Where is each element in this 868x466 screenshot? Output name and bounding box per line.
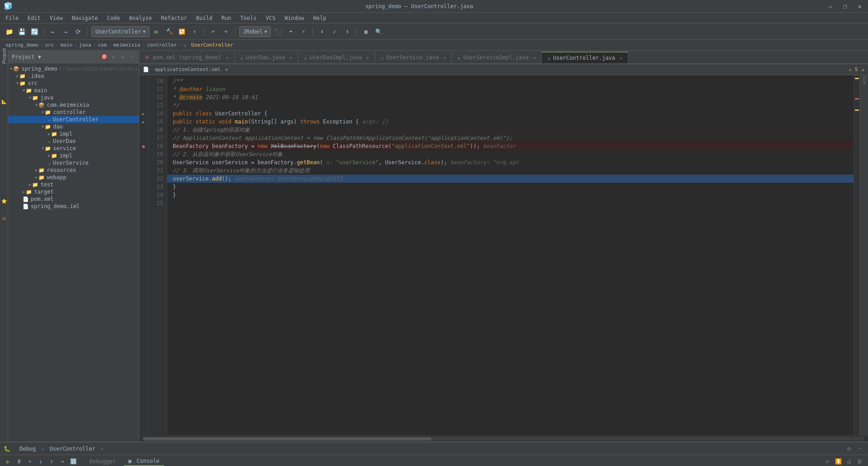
vcs-push-btn[interactable]: ⬆ [342,26,353,37]
project-close-btn[interactable]: − [128,53,135,61]
breadcrumb-com[interactable]: com [98,42,107,48]
scroll-to-end-btn[interactable]: ⏬ [834,457,843,466]
run-to-cursor-14[interactable]: ▶ [142,111,145,116]
reload-btn[interactable]: 🔁 [177,26,188,37]
undo-btn[interactable]: ↶ [208,26,219,37]
tab-userdao[interactable]: ☕ UserDao.java ✕ [235,52,298,63]
tree-target[interactable]: ▶ 📁 target [8,188,139,195]
jrebel-dropdown[interactable]: JRebel ▼ [239,26,271,37]
tree-userdao[interactable]: ☕ UserDao [8,138,139,145]
gutter-15[interactable]: ▶ [139,118,148,126]
gutter-14[interactable]: ▶ [139,109,148,118]
favorites-icon[interactable]: ⭐ [0,197,8,204]
debug-session-name[interactable]: UserController [46,445,99,453]
redo-btn[interactable]: ↷ [221,26,231,37]
tab-pom[interactable]: ⛭ pom.xml (spring_demo) ✕ [139,52,235,63]
usercontroller-tab-close-btn[interactable]: ✕ [620,56,623,61]
coverage-btn[interactable]: ☂ [285,26,296,37]
userdao-tab-close-btn[interactable]: ✕ [290,55,292,60]
tree-test[interactable]: ▶ 📁 test [8,181,139,188]
toolbar-refresh-btn[interactable]: ⟳ [73,26,84,37]
tree-idea[interactable]: ▶ 📁 .idea [8,72,139,80]
code-content[interactable]: /** * @author liayun * @create 2021-09-1… [167,75,854,435]
vcs-commit-btn[interactable]: ✓ [329,26,340,37]
menu-item-navigate[interactable]: Navigate [68,14,102,22]
tree-root[interactable]: ▼ 📦 spring_demo C:\Users\32120\IdeaProje… [8,65,139,72]
maximize-button[interactable]: ❐ [840,2,849,11]
horizontal-scrollbar[interactable] [139,435,868,442]
tab-usercontroller[interactable]: ☕ UserController.java ✕ [542,52,628,63]
run-config-dropdown[interactable]: UserController ▼ [91,26,150,37]
userserviceimpl-tab-close-btn[interactable]: ✕ [533,55,536,60]
tab-userservice[interactable]: ☕ UserService.java ✕ [375,52,452,63]
profile-btn[interactable]: ⚡ [298,26,309,37]
toolbar-sync-btn[interactable]: 🔄 [29,26,40,37]
tree-dao[interactable]: ▼ 📁 dao [8,123,139,130]
breadcrumb-java[interactable]: java [79,42,91,48]
structure-icon[interactable]: 📐 [0,98,8,105]
menu-item-analyze[interactable]: Analyze [125,14,156,22]
breadcrumb-meimeixia[interactable]: meimeixia [113,42,141,48]
debug-session-close-btn[interactable]: ✕ [101,446,104,451]
menu-item-build[interactable]: Build [193,14,216,22]
pause-btn[interactable]: ⏸ [14,457,24,466]
breakpoint-18[interactable]: ● [142,144,145,149]
run-button[interactable]: ▶ [151,26,162,37]
tree-pom[interactable]: 📄 pom.xml [8,195,139,203]
sec-tab-appcontext[interactable]: applicationContext.xml ✕ [151,66,231,73]
run-cursor-btn[interactable]: → [58,457,67,466]
menu-item-run[interactable]: Run [218,14,235,22]
tree-src[interactable]: ▼ 📁 src [8,80,139,87]
update-btn[interactable]: ↑ [189,26,200,37]
tab-userserviceimpl[interactable]: ☕ UserServiceImpl.java ✕ [452,52,542,63]
breadcrumb-usercontroller[interactable]: ☕ UserController [184,42,233,48]
resume-btn[interactable]: ▶ [4,457,13,466]
userdaoimpl-tab-close-btn[interactable]: ✕ [367,55,369,60]
sec-tab-close-btn[interactable]: ✕ [225,67,228,72]
pom-tab-close-btn[interactable]: ✕ [226,55,229,60]
close-button[interactable]: ✕ [855,2,864,11]
scrollbar-thumb[interactable] [143,437,431,441]
tree-dao-impl[interactable]: ▶ 📁 impl [8,130,139,138]
search-everywhere-btn[interactable]: 🔍 [373,26,384,37]
tree-usercontroller[interactable]: ☕ UserController [8,116,139,123]
step-into-btn[interactable]: ↓ [36,457,45,466]
tree-resources[interactable]: ▶ 📁 resources [8,166,139,174]
debugger-tab[interactable]: Debugger [85,457,120,466]
breadcrumb-src[interactable]: src [45,42,54,48]
console-tab[interactable]: ▣ Console [124,457,164,466]
menu-item-window[interactable]: Window [281,14,307,22]
build-btn[interactable]: 🔨 [164,26,175,37]
tree-userservice[interactable]: ☕ UserService [8,159,139,166]
menu-item-tools[interactable]: Tools [237,14,260,22]
tree-controller[interactable]: ▼ 📁 controller [8,109,139,116]
debug-settings-btn[interactable]: ⚙ [844,444,854,453]
menu-item-vcs[interactable]: VCS [262,14,279,22]
project-icon[interactable]: Project [0,52,8,60]
tree-com-meimeixia[interactable]: ▼ 📦 com.meimeixia [8,101,139,109]
tree-iml[interactable]: 📄 spring_demo.iml [8,203,139,210]
evaluate-btn[interactable]: 🔢 [69,457,78,466]
toolbar-forward-btn[interactable]: → [60,26,71,37]
toolbar-save-btn[interactable]: 💾 [16,26,27,37]
breadcrumb-spring-demo[interactable]: spring_demo [5,42,38,48]
toolbar-back-btn[interactable]: ← [47,26,58,37]
userservice-tab-close-btn[interactable]: ✕ [443,55,446,60]
print-btn[interactable]: 🖨 [844,457,854,466]
scrollbar-track[interactable] [143,437,864,441]
expand-btn[interactable]: ▲ [861,67,864,72]
project-settings-btn[interactable]: ⚙ [119,53,126,61]
menu-item-file[interactable]: File [2,14,22,22]
debug-minimize-btn[interactable]: − [855,444,864,453]
locate-file-btn[interactable]: 🎯 [101,53,108,61]
run-to-cursor-15[interactable]: ▶ [142,119,145,124]
menu-item-code[interactable]: Code [104,14,124,22]
project-dropdown-label[interactable]: Project ▼ [12,54,41,60]
tab-userdaoimpl[interactable]: ☕ UserDaoImpl.java ✕ [298,52,375,63]
minimize-button[interactable]: – [826,2,835,11]
menu-item-help[interactable]: Help [310,14,330,22]
breadcrumb-controller[interactable]: controller [147,42,177,48]
tree-webapp[interactable]: ▶ 📁 webapp [8,174,139,181]
menu-item-view[interactable]: View [46,14,66,22]
vcs-update-btn[interactable]: ⬇ [316,26,327,37]
